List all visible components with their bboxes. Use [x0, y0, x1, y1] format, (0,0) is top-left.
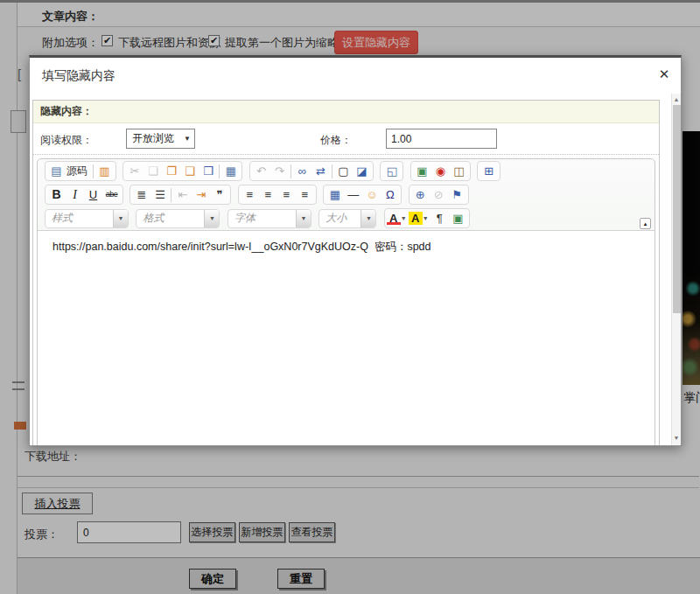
editor-text: https://pan.baidu.com/share/init?surl=lw… [38, 231, 654, 255]
strikethrough-icon[interactable]: abe [102, 185, 121, 204]
paste-word-icon[interactable]: ❒ [199, 162, 217, 180]
horizontal-rule-icon[interactable]: — [344, 185, 362, 204]
paste-text-icon[interactable]: ❑ [180, 162, 199, 180]
scrollbar-thumb[interactable] [673, 105, 681, 313]
format-dropdown-label: 格式 [136, 211, 164, 226]
redo-icon[interactable]: ↷ [270, 162, 289, 180]
chevron-down-icon[interactable]: ▼ [113, 210, 128, 227]
print-icon[interactable]: ▦ [221, 162, 240, 180]
read-permission-value: 开放浏览 [132, 132, 174, 144]
insert-media-icon[interactable]: ◫ [450, 162, 468, 180]
template-icon[interactable]: ◱ [382, 162, 401, 180]
insert-image-icon[interactable]: ▣ [413, 162, 431, 180]
text-color-icon[interactable]: A [387, 212, 401, 225]
style-dropdown[interactable]: 样式 ▼ [45, 209, 129, 228]
copy-icon[interactable]: ❏ [144, 162, 162, 180]
insert-flash-icon[interactable]: ◉ [431, 162, 450, 180]
unlink-icon[interactable]: ⊘ [430, 185, 448, 204]
screen: 文章内容： 附加选项： ✔ 下载远程图片和资源 ✔ 提取第一个图片为缩略图 设置… [0, 0, 700, 594]
chevron-down-icon[interactable]: ▼ [360, 210, 375, 227]
chevron-down-icon[interactable]: ▼ [423, 215, 430, 221]
dialog-body: 隐藏内容： 阅读权限： 开放浏览 ▼ 价格： ▤ 源码 [30, 94, 681, 445]
format-dropdown[interactable]: 格式 ▼ [136, 209, 220, 228]
read-permission-select[interactable]: 开放浏览 ▼ [126, 129, 195, 149]
toolbar-row-2: B I U abe ≣ ☰ ⇤ ⇥ ❞ [38, 183, 654, 206]
anchor-icon[interactable]: ⚑ [448, 185, 466, 204]
align-right-icon[interactable]: ≡ [277, 185, 296, 204]
source-button-label[interactable]: 源码 [66, 164, 91, 178]
chevron-down-icon[interactable]: ▼ [204, 210, 219, 227]
smiley-icon[interactable]: ☺ [362, 185, 381, 204]
toolbar-row-3: 样式 ▼ 格式 ▼ 字体 ▼ 大小 ▼ [38, 206, 654, 230]
maximize-icon[interactable]: ⊞ [480, 162, 498, 180]
style-dropdown-label: 样式 [46, 211, 73, 226]
background-color-icon[interactable]: A [409, 212, 423, 225]
indent-icon[interactable]: ⇥ [192, 185, 210, 204]
font-dropdown-label: 字体 [228, 211, 256, 226]
dialog-scrollbar[interactable]: ▲ ▼ [671, 94, 681, 445]
toolbar-row-1: ▤ 源码 ▥ ✂ ❏ ❐ ❑ ❒ ▦ [38, 159, 654, 183]
size-dropdown[interactable]: 大小 ▼ [318, 209, 376, 228]
outdent-icon[interactable]: ⇤ [173, 185, 192, 204]
hidden-content-panel: 隐藏内容： 阅读权限： 开放浏览 ▼ 价格： ▤ 源码 [32, 100, 660, 445]
underline-icon[interactable]: U [84, 185, 102, 204]
toolbar-collapse-icon[interactable]: ▴ [640, 218, 651, 229]
dialog-title: 填写隐藏内容 [42, 68, 116, 84]
price-label: 价格： [320, 133, 352, 148]
chevron-down-icon[interactable]: ▼ [296, 210, 311, 227]
scroll-down-icon[interactable]: ▼ [672, 434, 681, 443]
select-all-icon[interactable]: ▢ [334, 162, 353, 180]
special-char-icon[interactable]: Ω [381, 185, 399, 204]
hidden-content-dialog: 填写隐藏内容 ✕ 隐藏内容： 阅读权限： 开放浏览 ▼ 价格： [29, 55, 682, 446]
align-center-icon[interactable]: ≡ [259, 185, 277, 204]
chevron-down-icon: ▼ [184, 129, 191, 148]
unordered-list-icon[interactable]: ☰ [150, 185, 169, 204]
chevron-down-icon[interactable]: ▼ [401, 215, 409, 221]
close-icon[interactable]: ✕ [656, 66, 672, 82]
remove-format-icon[interactable]: ◪ [353, 162, 371, 180]
align-left-icon[interactable]: ≡ [241, 185, 259, 204]
blockquote-icon[interactable]: ❞ [210, 185, 228, 204]
page-break-icon[interactable]: ¶ [430, 209, 449, 227]
link-icon[interactable]: ⊕ [411, 185, 430, 204]
quick-image-icon[interactable]: ▣ [449, 209, 467, 227]
preview-icon[interactable]: ▥ [95, 162, 114, 180]
permission-row: 阅读权限： 开放浏览 ▼ 价格： [33, 123, 659, 155]
ordered-list-icon[interactable]: ≣ [132, 185, 150, 204]
font-dropdown[interactable]: 字体 ▼ [228, 209, 312, 228]
undo-icon[interactable]: ↶ [252, 162, 270, 180]
replace-icon[interactable]: ⇄ [312, 162, 330, 180]
bold-icon[interactable]: B [47, 185, 66, 204]
justify-icon[interactable]: ≡ [296, 185, 314, 204]
italic-icon[interactable]: I [66, 185, 84, 204]
size-dropdown-label: 大小 [319, 211, 346, 226]
find-icon[interactable]: ∞ [293, 162, 312, 180]
insert-table-icon[interactable]: ▦ [326, 185, 344, 204]
scroll-up-icon[interactable]: ▲ [672, 95, 681, 104]
source-icon[interactable]: ▤ [47, 162, 66, 180]
read-permission-label: 阅读权限： [40, 133, 93, 148]
paste-icon[interactable]: ❐ [162, 162, 180, 180]
price-input[interactable] [386, 129, 497, 149]
editor-content-area[interactable]: https://pan.baidu.com/share/init?surl=lw… [38, 230, 654, 445]
rich-text-editor: ▤ 源码 ▥ ✂ ❏ ❐ ❑ ❒ ▦ [37, 158, 655, 445]
cut-icon[interactable]: ✂ [125, 162, 144, 180]
section-header: 隐藏内容： [33, 101, 659, 123]
